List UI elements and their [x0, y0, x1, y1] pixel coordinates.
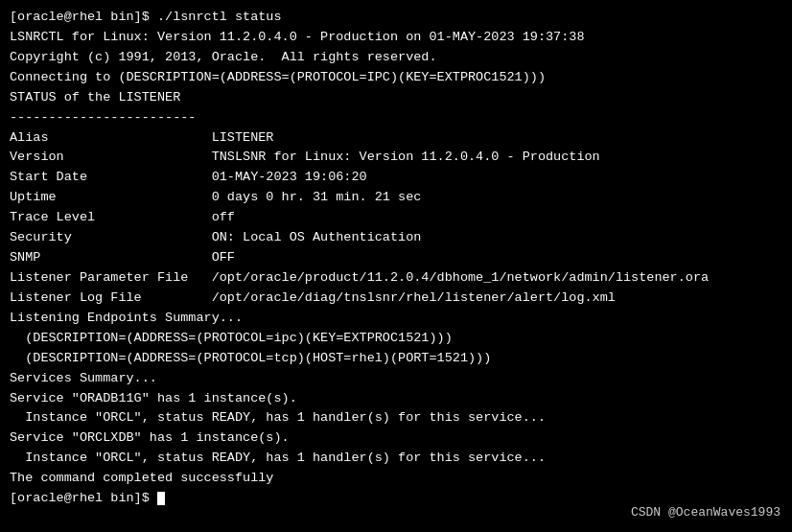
terminal-line: Services Summary... [10, 369, 782, 389]
terminal-line: Service "ORCLXDB" has 1 instance(s). [10, 428, 782, 449]
terminal-line: Instance "ORCL", status READY, has 1 han… [10, 449, 782, 469]
terminal-line: Start Date 01-MAY-2023 19:06:20 [10, 168, 782, 188]
terminal-line: The command completed successfully [10, 469, 782, 489]
terminal-line: LSNRCTL for Linux: Version 11.2.0.4.0 - … [10, 28, 782, 48]
terminal-line: Security ON: Local OS Authentication [10, 228, 782, 248]
terminal-line: Trace Level off [10, 208, 782, 228]
terminal-line: Version TNSLSNR for Linux: Version 11.2.… [10, 148, 782, 168]
terminal-line: ------------------------ [10, 108, 782, 128]
terminal-line: Alias LISTENER [10, 128, 782, 149]
terminal-line: STATUS of the LISTENER [10, 88, 782, 108]
terminal-line: SNMP OFF [10, 248, 782, 268]
terminal-line: Uptime 0 days 0 hr. 31 min. 21 sec [10, 188, 782, 208]
terminal-line: [oracle@rhel bin]$ ./lsnrctl status [10, 8, 782, 28]
terminal-line: (DESCRIPTION=(ADDRESS=(PROTOCOL=ipc)(KEY… [10, 329, 782, 349]
terminal-line: Connecting to (DESCRIPTION=(ADDRESS=(PRO… [10, 68, 782, 88]
terminal-line: Listener Log File /opt/oracle/diag/tnsls… [10, 289, 782, 309]
terminal-line: Listener Parameter File /opt/oracle/prod… [10, 268, 782, 289]
cursor [157, 492, 165, 505]
terminal-line: Instance "ORCL", status READY, has 1 han… [10, 408, 782, 428]
terminal-line: Listening Endpoints Summary... [10, 309, 782, 329]
terminal-line: Copyright (c) 1991, 2013, Oracle. All ri… [10, 48, 782, 68]
terminal-window: [oracle@rhel bin]$ ./lsnrctl statusLSNRC… [0, 0, 792, 532]
terminal-line: (DESCRIPTION=(ADDRESS=(PROTOCOL=tcp)(HOS… [10, 349, 782, 369]
watermark: CSDN @OceanWaves1993 [631, 503, 780, 522]
terminal-line: Service "ORADB11G" has 1 instance(s). [10, 389, 782, 409]
